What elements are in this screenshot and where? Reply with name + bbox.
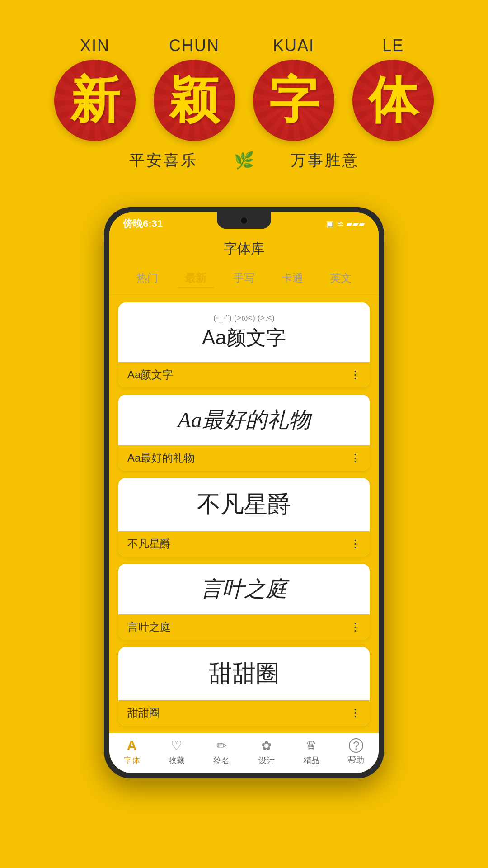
tab-hot[interactable]: 热门 bbox=[129, 269, 165, 288]
font-preview-5: 甜甜圈 bbox=[118, 647, 370, 700]
app-title: 字体库 bbox=[224, 241, 264, 256]
circle-le: 体 bbox=[352, 60, 434, 141]
font-preview-text-5: 甜甜圈 bbox=[209, 658, 279, 689]
signal-icon: ▰▰▰ bbox=[346, 219, 365, 229]
font-card-1[interactable]: (-_-") (>ω<) (>.<) Aa颜文字 Aa颜文字 ⋮ bbox=[118, 302, 370, 387]
nav-collect[interactable]: ♡ 收藏 bbox=[169, 738, 185, 766]
nav-help-label: 帮助 bbox=[348, 755, 364, 765]
subtitle-row: 平安喜乐 🌿 万事胜意 bbox=[27, 150, 461, 171]
nav-premium-icon: ♛ bbox=[305, 738, 317, 753]
font-card-2[interactable]: Aa最好的礼物 Aa最好的礼物 ⋮ bbox=[118, 395, 370, 471]
font-label-5: 甜甜圈 bbox=[127, 706, 160, 720]
font-preview-4: 言叶之庭 bbox=[118, 564, 370, 614]
char-item-chun: CHUN 颖 bbox=[154, 36, 235, 141]
font-preview-text-3: 不凡星爵 bbox=[197, 489, 291, 520]
tab-latest[interactable]: 最新 bbox=[178, 269, 214, 288]
font-emoji-row-1: (-_-") (>ω<) (>.<) Aa颜文字 bbox=[202, 313, 286, 351]
wifi-icon: ≋ bbox=[337, 219, 343, 229]
tab-english[interactable]: 英文 bbox=[323, 269, 359, 288]
font-label-bar-4: 言叶之庭 ⋮ bbox=[118, 614, 370, 640]
bottom-nav: A 字体 ♡ 收藏 ✏ 签名 ✿ 设计 ♛ 精品 bbox=[109, 733, 379, 773]
nav-design[interactable]: ✿ 设计 bbox=[258, 738, 275, 766]
nav-font-icon: A bbox=[127, 738, 137, 753]
hanzi-chun: 颖 bbox=[169, 67, 219, 134]
font-label-bar-5: 甜甜圈 ⋮ bbox=[118, 700, 370, 726]
tab-cartoon[interactable]: 卡通 bbox=[274, 269, 310, 288]
font-label-bar-1: Aa颜文字 ⋮ bbox=[118, 362, 370, 387]
font-label-4: 言叶之庭 bbox=[127, 620, 171, 634]
more-dots-2[interactable]: ⋮ bbox=[350, 452, 361, 464]
font-card-3[interactable]: 不凡星爵 不凡星爵 ⋮ bbox=[118, 478, 370, 557]
tab-handwriting[interactable]: 手写 bbox=[226, 269, 262, 288]
battery-icon: ▣ bbox=[326, 219, 334, 229]
nav-design-icon: ✿ bbox=[261, 738, 272, 753]
nav-collect-label: 收藏 bbox=[169, 755, 185, 766]
subtitle-right: 万事胜意 bbox=[291, 150, 359, 171]
nav-font-label: 字体 bbox=[124, 755, 140, 766]
font-label-bar-3: 不凡星爵 ⋮ bbox=[118, 531, 370, 557]
pinyin-le: LE bbox=[382, 36, 404, 55]
pinyin-chun: CHUN bbox=[169, 36, 220, 55]
font-label-1: Aa颜文字 bbox=[127, 368, 173, 382]
more-dots-4[interactable]: ⋮ bbox=[350, 621, 361, 633]
font-preview-text-1: Aa颜文字 bbox=[202, 325, 286, 351]
status-bar: 傍晚6:31 ▣ ≋ ▰▰▰ bbox=[109, 212, 379, 235]
hanzi-le: 体 bbox=[368, 67, 418, 134]
status-time: 傍晚6:31 bbox=[123, 217, 163, 231]
pinyin-xin: XIN bbox=[80, 36, 110, 55]
camera-dot bbox=[240, 217, 248, 225]
lotus-icon: 🌿 bbox=[234, 151, 254, 170]
more-dots-3[interactable]: ⋮ bbox=[350, 538, 361, 550]
font-label-3: 不凡星爵 bbox=[127, 537, 171, 551]
hanzi-kuai: 字 bbox=[269, 67, 319, 134]
char-item-le: LE 体 bbox=[352, 36, 434, 141]
tabs-bar[interactable]: 热门 最新 手写 卡通 英文 bbox=[109, 265, 379, 295]
char-item-kuai: KUAI 字 bbox=[253, 36, 334, 141]
nav-premium[interactable]: ♛ 精品 bbox=[303, 738, 319, 766]
status-icons: ▣ ≋ ▰▰▰ bbox=[326, 219, 365, 229]
circle-chun: 颖 bbox=[154, 60, 235, 141]
phone-section: 傍晚6:31 ▣ ≋ ▰▰▰ 字体库 热门 最新 手写 卡通 bbox=[0, 189, 488, 806]
font-list: (-_-") (>ω<) (>.<) Aa颜文字 Aa颜文字 ⋮ Aa最好的礼物 bbox=[109, 295, 379, 733]
circle-xin: 新 bbox=[54, 60, 136, 141]
nav-help-icon: ? bbox=[349, 738, 363, 753]
font-preview-2: Aa最好的礼物 bbox=[118, 395, 370, 445]
char-item-xin: XIN 新 bbox=[54, 36, 136, 141]
more-dots-1[interactable]: ⋮ bbox=[350, 368, 361, 381]
hanzi-xin: 新 bbox=[70, 67, 120, 134]
phone-mockup: 傍晚6:31 ▣ ≋ ▰▰▰ 字体库 热门 最新 手写 卡通 bbox=[104, 207, 384, 778]
font-card-5[interactable]: 甜甜圈 甜甜圈 ⋮ bbox=[118, 647, 370, 726]
nav-font[interactable]: A 字体 bbox=[124, 738, 140, 766]
phone-notch bbox=[217, 212, 271, 229]
pinyin-kuai: KUAI bbox=[273, 36, 314, 55]
more-dots-5[interactable]: ⋮ bbox=[350, 707, 361, 719]
app-title-bar: 字体库 bbox=[109, 235, 379, 265]
font-emoji-line-1: (-_-") (>ω<) (>.<) bbox=[213, 313, 274, 323]
nav-help[interactable]: ? 帮助 bbox=[348, 738, 364, 765]
nav-sign[interactable]: ✏ 签名 bbox=[213, 738, 230, 766]
font-preview-text-4: 言叶之庭 bbox=[201, 575, 287, 604]
font-card-4[interactable]: 言叶之庭 言叶之庭 ⋮ bbox=[118, 564, 370, 640]
subtitle-left: 平安喜乐 bbox=[129, 150, 198, 171]
font-preview-3: 不凡星爵 bbox=[118, 478, 370, 531]
font-label-bar-2: Aa最好的礼物 ⋮ bbox=[118, 445, 370, 471]
nav-sign-label: 签名 bbox=[213, 755, 230, 766]
nav-sign-icon: ✏ bbox=[216, 738, 227, 753]
phone-inner: 傍晚6:31 ▣ ≋ ▰▰▰ 字体库 热门 最新 手写 卡通 bbox=[109, 212, 379, 773]
font-preview-1: (-_-") (>ω<) (>.<) Aa颜文字 bbox=[118, 302, 370, 362]
nav-premium-label: 精品 bbox=[303, 755, 319, 766]
nav-collect-icon: ♡ bbox=[171, 738, 182, 753]
font-label-2: Aa最好的礼物 bbox=[127, 451, 195, 465]
pinyin-row: XIN 新 CHUN 颖 KUAI 字 LE 体 bbox=[27, 36, 461, 141]
font-preview-text-2: Aa最好的礼物 bbox=[178, 406, 310, 434]
circle-kuai: 字 bbox=[253, 60, 334, 141]
header-section: XIN 新 CHUN 颖 KUAI 字 LE 体 平安喜乐 bbox=[0, 0, 488, 189]
nav-design-label: 设计 bbox=[258, 755, 275, 766]
